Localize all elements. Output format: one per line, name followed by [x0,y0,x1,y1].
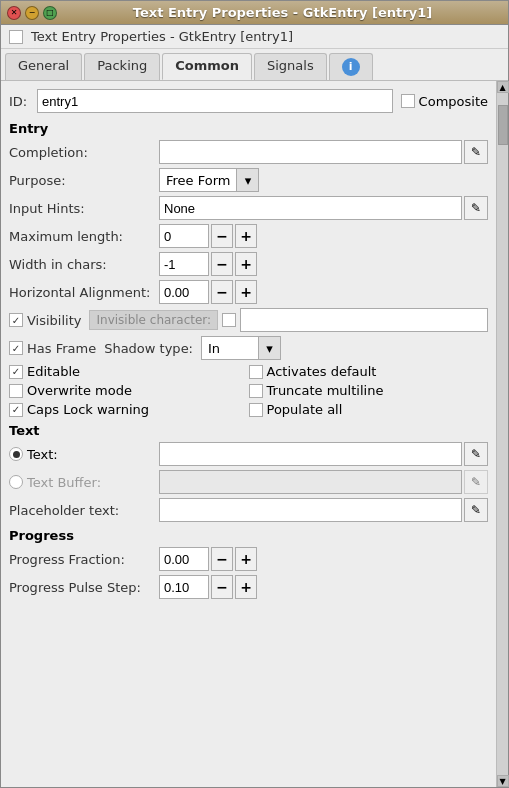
editable-checkbox[interactable] [9,365,23,379]
menubar-text: Text Entry Properties - GtkEntry [entry1… [31,29,293,44]
visibility-check-label[interactable]: Visibility [9,313,81,328]
minimize-button[interactable]: − [25,6,39,20]
completion-edit-button[interactable]: ✎ [464,140,488,164]
caps-lock-warning-label: Caps Lock warning [27,402,149,417]
text-radio[interactable] [9,447,23,461]
progress-pulse-plus[interactable]: + [235,575,257,599]
progress-fraction-input[interactable] [159,547,209,571]
scrollbar-up-button[interactable]: ▲ [497,81,509,93]
entry-section-header: Entry [9,121,488,136]
max-length-row: Maximum length: − + [9,224,488,248]
max-length-plus-button[interactable]: + [235,224,257,248]
input-hints-edit-button[interactable]: ✎ [464,196,488,220]
horiz-align-plus-button[interactable]: + [235,280,257,304]
overwrite-mode-label: Overwrite mode [27,383,132,398]
maximize-button[interactable]: □ [43,6,57,20]
visibility-label: Visibility [27,313,81,328]
populate-all-label: Populate all [267,402,343,417]
progress-pulse-row: Progress Pulse Step: − + [9,575,488,599]
text-buffer-radio[interactable] [9,475,23,489]
tab-info[interactable]: i [329,53,373,80]
activates-default-label: Activates default [267,364,377,379]
info-icon: i [342,58,360,76]
progress-pulse-value: − + [159,575,488,599]
width-chars-row: Width in chars: − + [9,252,488,276]
tab-common[interactable]: Common [162,53,252,80]
width-chars-input[interactable] [159,252,209,276]
truncate-right: Truncate multiline [249,383,489,398]
horiz-align-minus-button[interactable]: − [211,280,233,304]
content: ID: Composite Entry Completion: ✎ [1,81,496,611]
visibility-checkbox[interactable] [9,313,23,327]
progress-pulse-minus[interactable]: − [211,575,233,599]
populate-all-right: Populate all [249,402,489,417]
progress-pulse-spinner: − + [159,575,257,599]
menubar-checkbox[interactable] [9,30,23,44]
tab-bar: General Packing Common Signals i [1,49,508,81]
max-length-minus-button[interactable]: − [211,224,233,248]
completion-row: Completion: ✎ [9,140,488,164]
progress-fraction-label: Progress Fraction: [9,552,159,567]
tab-general[interactable]: General [5,53,82,80]
has-frame-check-label[interactable]: Has Frame [9,341,96,356]
editable-row: Editable Activates default [9,364,488,379]
progress-pulse-label: Progress Pulse Step: [9,580,159,595]
placeholder-label: Placeholder text: [9,503,159,518]
activates-default-checkbox[interactable] [249,365,263,379]
progress-fraction-value: − + [159,547,488,571]
window-title: Text Entry Properties - GtkEntry [entry1… [63,5,502,20]
scrollbar-thumb[interactable] [498,105,508,145]
purpose-value: Free Form ▾ [159,168,488,192]
purpose-dropdown-arrow[interactable]: ▾ [236,169,258,191]
horiz-align-input[interactable] [159,280,209,304]
progress-fraction-plus[interactable]: + [235,547,257,571]
shadow-type-arrow[interactable]: ▾ [258,337,280,359]
composite-checkbox[interactable] [401,94,415,108]
purpose-label: Purpose: [9,173,159,188]
text-radio-row: Text: ✎ [9,442,488,466]
placeholder-row: Placeholder text: ✎ [9,498,488,522]
has-frame-checkbox[interactable] [9,341,23,355]
purpose-dropdown-text: Free Form [160,171,236,190]
composite-label: Composite [419,94,488,109]
tab-packing[interactable]: Packing [84,53,160,80]
composite-row: Composite [401,94,488,109]
shadow-type-value: In [202,339,258,358]
input-hints-input[interactable] [159,196,462,220]
progress-pulse-input[interactable] [159,575,209,599]
caps-lock-warning-checkbox[interactable] [9,403,23,417]
invisible-char-checkbox[interactable] [222,313,236,327]
menubar: Text Entry Properties - GtkEntry [entry1… [1,25,508,49]
horiz-align-label: Horizontal Alignment: [9,285,159,300]
placeholder-input[interactable] [159,498,462,522]
shadow-type-label: Shadow type: [104,341,193,356]
width-chars-plus-button[interactable]: + [235,252,257,276]
overwrite-mode-checkbox[interactable] [9,384,23,398]
invisible-char-input[interactable] [240,308,488,332]
completion-label: Completion: [9,145,159,160]
id-row: ID: Composite [9,89,488,113]
text-input[interactable] [159,442,462,466]
horiz-align-value: − + [159,280,488,304]
width-chars-minus-button[interactable]: − [211,252,233,276]
purpose-dropdown[interactable]: Free Form ▾ [159,168,259,192]
progress-section-header: Progress [9,528,488,543]
width-chars-spinner: − + [159,252,257,276]
input-hints-row: Input Hints: ✎ [9,196,488,220]
shadow-type-dropdown[interactable]: In ▾ [201,336,281,360]
text-section-header: Text [9,423,488,438]
max-length-label: Maximum length: [9,229,159,244]
truncate-multiline-checkbox[interactable] [249,384,263,398]
main-window: ✕ − □ Text Entry Properties - GtkEntry [… [0,0,509,788]
scrollbar[interactable]: ▲ ▼ [496,81,508,787]
progress-fraction-minus[interactable]: − [211,547,233,571]
id-input[interactable] [37,89,393,113]
populate-all-checkbox[interactable] [249,403,263,417]
text-edit-button[interactable]: ✎ [464,442,488,466]
tab-signals[interactable]: Signals [254,53,327,80]
scrollbar-down-button[interactable]: ▼ [497,775,509,787]
close-button[interactable]: ✕ [7,6,21,20]
max-length-input[interactable] [159,224,209,248]
placeholder-edit-button[interactable]: ✎ [464,498,488,522]
completion-input[interactable] [159,140,462,164]
